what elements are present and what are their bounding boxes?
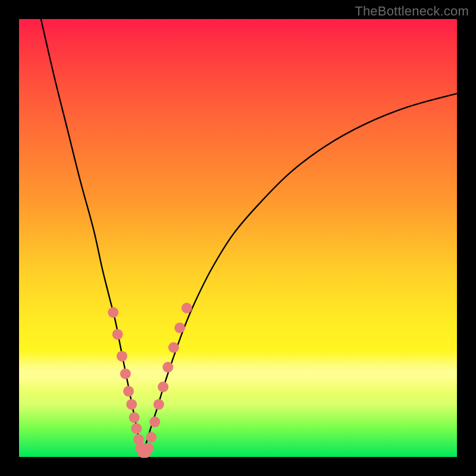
highlight-dot [129,412,140,423]
highlight-dot [126,399,137,410]
highlight-dot [162,362,173,372]
plot-area [19,19,457,457]
highlight-dot [149,416,160,427]
highlight-dot [146,432,156,443]
highlight-dot [117,351,127,362]
highlight-dot [143,443,154,453]
chart-frame: TheBottleneck.com [0,0,476,476]
highlight-dot [154,399,164,410]
curve-right-branch [142,93,457,457]
highlight-dot [158,381,168,392]
highlight-dot [181,303,192,314]
highlight-dot [112,329,123,340]
highlight-dots-group [108,303,192,458]
highlight-dot [108,307,118,318]
highlight-dot [168,342,179,353]
highlight-dot [120,368,131,379]
highlight-dot [174,322,185,333]
curve-layer [19,19,457,457]
watermark-text: TheBottleneck.com [355,4,469,19]
highlight-dot [131,423,142,434]
highlight-dot [123,386,134,397]
